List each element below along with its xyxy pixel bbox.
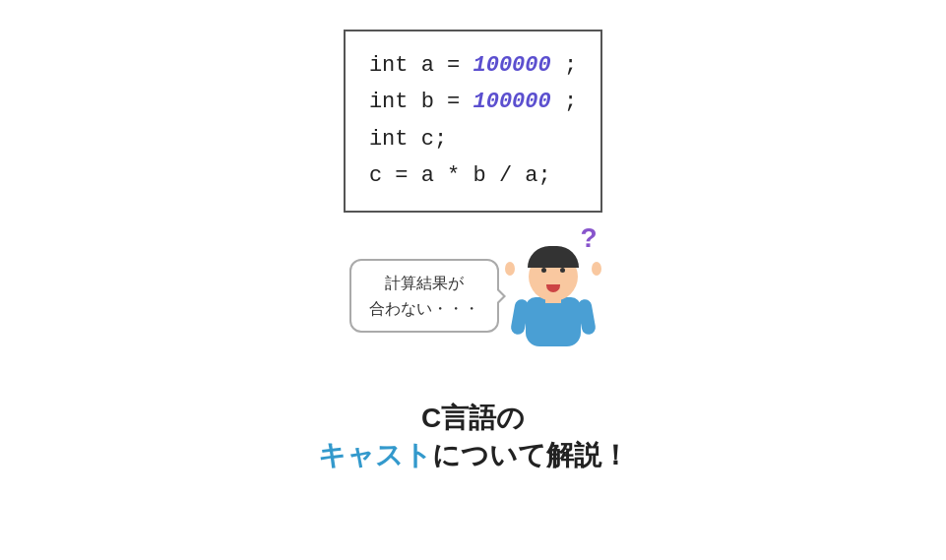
title-section: C言語の キャストについて解説！	[318, 400, 629, 474]
code-block: int a = 100000 ; int b = 100000 ; int c;…	[344, 30, 602, 213]
title-line-1: C言語の	[318, 400, 629, 437]
keyword-int-3: int	[369, 127, 409, 152]
character-ear-left	[505, 262, 515, 276]
title-suffix: について解説！	[432, 440, 629, 470]
question-mark-icon: ?	[580, 222, 597, 254]
code-line-4: c = a * b / a;	[369, 157, 577, 194]
character-eye-left	[541, 268, 546, 273]
speech-line-2: 合わない・・・	[369, 296, 479, 322]
character-ear-right	[592, 262, 601, 276]
character-illustration: ?	[509, 232, 598, 360]
title-line-2: キャストについて解説！	[318, 437, 629, 474]
number-2: 100000	[473, 90, 551, 114]
title-highlight-cast: キャスト	[318, 440, 432, 470]
character-neck	[545, 293, 561, 303]
character-eyes	[541, 268, 565, 273]
character-mouth	[546, 284, 560, 292]
character-eye-right	[560, 268, 565, 273]
speech-bubble: 計算結果が 合わない・・・	[349, 259, 499, 333]
code-line-2: int b = 100000 ;	[369, 84, 577, 120]
character-hair	[528, 246, 579, 268]
code-line-1: int a = 100000 ;	[369, 47, 577, 84]
character-body	[526, 297, 581, 346]
code-line-3: int c;	[369, 121, 577, 157]
keyword-int-1: int	[369, 53, 409, 78]
number-1: 100000	[473, 53, 551, 78]
middle-section: 計算結果が 合わない・・・ ?	[349, 232, 598, 360]
speech-line-1: 計算結果が	[369, 271, 479, 296]
keyword-int-2: int	[369, 90, 409, 114]
